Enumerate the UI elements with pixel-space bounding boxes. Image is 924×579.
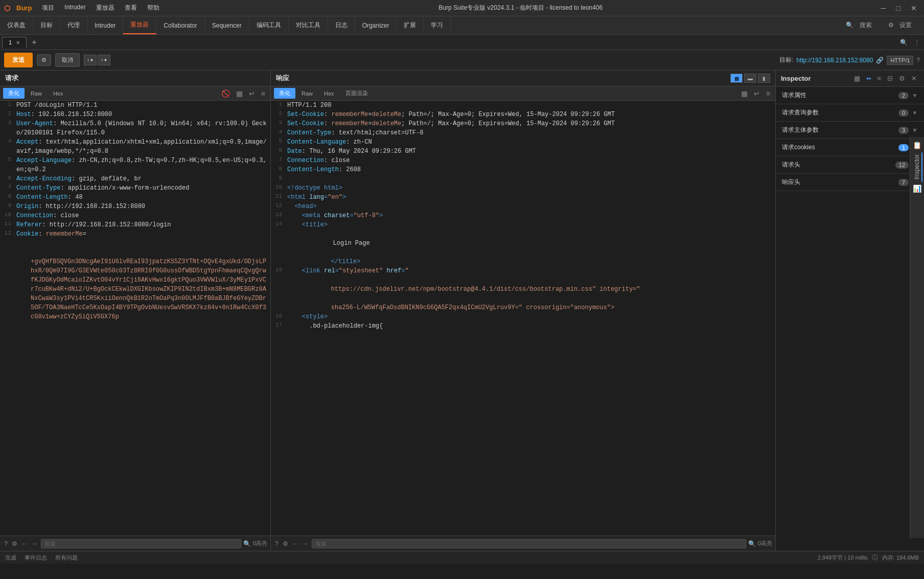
request-panel: 请求 美化 Raw Hex 🚫 ▦ ↵ ≡ 1 POST /doLogin HT…	[0, 71, 271, 551]
http-help-icon[interactable]: ?	[916, 57, 920, 64]
nav-learn[interactable]: 学习	[424, 16, 451, 34]
target-link-icon[interactable]: 🔗	[876, 57, 884, 64]
tab-1[interactable]: 1 ✕	[2, 37, 27, 48]
send-button[interactable]: 发送	[4, 53, 33, 67]
main-content: 请求 美化 Raw Hex 🚫 ▦ ↵ ≡ 1 POST /doLogin HT…	[0, 71, 924, 551]
minimize-button[interactable]: ─	[878, 3, 889, 13]
response-tab-pretty[interactable]: 美化	[274, 88, 295, 99]
inspector-title: Inspector	[781, 75, 849, 82]
resp-settings-icon[interactable]: ⚙	[282, 539, 289, 548]
resp-back-icon[interactable]: ←	[291, 539, 299, 548]
resp-view-split[interactable]: ▦	[730, 74, 743, 83]
request-tab-pretty[interactable]: 美化	[3, 88, 25, 99]
request-more-icon[interactable]: ≡	[259, 88, 267, 99]
request-search-input[interactable]	[41, 539, 241, 548]
menu-repeater[interactable]: 重放器	[92, 3, 119, 13]
nav-proxy[interactable]: 代理	[60, 16, 87, 34]
http-version-badge[interactable]: HTTP/1	[887, 56, 913, 65]
inspector-row-resp-headers[interactable]: 响应头 7 ▼	[776, 174, 924, 191]
req-forward-icon[interactable]: →	[31, 539, 39, 548]
inspector-close-icon[interactable]: ✕	[909, 74, 919, 83]
inspector-row-req-query[interactable]: 请求查询参数 0 ▼	[776, 104, 924, 121]
request-no-intercept-icon[interactable]: 🚫	[219, 88, 232, 99]
request-wrap-icon[interactable]: ↵	[247, 88, 257, 99]
nav-collaborator[interactable]: Collaborator	[156, 16, 204, 34]
status-all-issues[interactable]: 所有问题	[55, 554, 78, 562]
tab-search-icon[interactable]: 🔍	[896, 37, 912, 48]
response-tab-hex[interactable]: Hex	[319, 89, 339, 98]
nav-comparer[interactable]: 对比工具	[289, 16, 328, 34]
req-line-6: 6 Accept-Encoding: gzip, deflate, br	[0, 174, 270, 183]
sidebar-icon-1[interactable]: 📋	[913, 141, 921, 149]
nav-intruder[interactable]: Intruder	[87, 16, 123, 34]
inspector-view-icon-1[interactable]: ▦	[852, 74, 862, 83]
menu-view[interactable]: 查看	[121, 3, 141, 13]
nav-encoder[interactable]: 编码工具	[249, 16, 289, 34]
menu-intruder[interactable]: Intruder	[60, 3, 89, 13]
inspector-view-icon-2[interactable]: ▪▪	[864, 74, 873, 83]
settings-nav-button[interactable]: ⚙ 设置	[884, 19, 920, 32]
response-more-icon[interactable]: ≡	[764, 88, 772, 99]
request-code-area[interactable]: 1 POST /doLogin HTTP/1.1 2 Host: 192.168…	[0, 101, 270, 536]
resp-line-11: 11 <html lang="en">	[271, 193, 775, 202]
request-view-icon[interactable]: ▦	[234, 88, 245, 99]
req-settings-icon[interactable]: ⚙	[11, 539, 18, 548]
inspector-label-req-body: 请求主体参数	[782, 126, 898, 134]
tab-add-button[interactable]: +	[28, 36, 40, 49]
nav-organizer[interactable]: Organizer	[355, 16, 397, 34]
nav-bar: 仪表盘 目标 代理 Intruder 重放器 Collaborator Sequ…	[0, 16, 924, 35]
menu-project[interactable]: 项目	[38, 3, 58, 13]
response-tab-raw[interactable]: Raw	[296, 89, 318, 98]
resp-help-icon[interactable]: ?	[274, 539, 280, 548]
response-tab-render[interactable]: 页面渲染	[340, 88, 373, 99]
nav-extensions[interactable]: 扩展	[397, 16, 424, 34]
inspector-section-req-cookies: 请求cookies 1 ▼	[776, 139, 924, 156]
inspector-row-req-headers[interactable]: 请求头 12 ▼	[776, 156, 924, 173]
inspector-section-req-headers: 请求头 12 ▼	[776, 156, 924, 174]
response-wrap-icon[interactable]: ↵	[752, 88, 762, 99]
sidebar-icon-2[interactable]: 📊	[913, 184, 921, 193]
inspector-align-icon[interactable]: ≡	[875, 74, 883, 83]
request-tab-raw[interactable]: Raw	[26, 89, 47, 98]
maximize-button[interactable]: □	[893, 3, 904, 13]
nav-logger[interactable]: 日志	[328, 16, 355, 34]
info-icon[interactable]: ⓘ	[872, 553, 878, 562]
inspector-row-req-attrs[interactable]: 请求属性 2 ▼	[776, 87, 924, 104]
inspector-row-req-body[interactable]: 请求主体参数 3 ▼	[776, 122, 924, 138]
cancel-button[interactable]: 取消	[55, 53, 80, 67]
resp-line-15: 15 <link rel="stylesheet" href=" https:/…	[271, 266, 775, 312]
response-code-area[interactable]: 1 HTTP/1.1 200 2 Set-Cookie: rememberMe=…	[271, 101, 775, 536]
menu-help[interactable]: 帮助	[143, 3, 164, 13]
resp-line-12: 12 <head>	[271, 202, 775, 211]
sidebar-inspector-label[interactable]: Inspector	[912, 152, 922, 181]
resp-forward-icon[interactable]: →	[302, 539, 310, 548]
tab-1-close[interactable]: ✕	[16, 40, 20, 45]
resp-view-horizontal[interactable]: ▬	[744, 74, 756, 83]
response-search-button[interactable]: 🔍	[748, 540, 756, 547]
nav-right-button[interactable]: › ▾	[98, 55, 110, 65]
close-button[interactable]: ✕	[908, 3, 920, 13]
inspector-split-icon[interactable]: ⊟	[885, 74, 895, 83]
inspector-row-req-cookies[interactable]: 请求cookies 1 ▼	[776, 139, 924, 156]
resp-view-vertical[interactable]: ▮	[758, 74, 770, 83]
response-view-icon[interactable]: ▦	[739, 88, 750, 99]
search-nav-button[interactable]: 🔍 搜索	[842, 19, 880, 32]
app-name[interactable]: Burp	[16, 4, 32, 12]
send-settings-button[interactable]: ⚙	[37, 54, 51, 66]
status-event-log[interactable]: 事件日志	[25, 554, 47, 562]
request-tab-hex[interactable]: Hex	[48, 89, 68, 98]
nav-sequencer[interactable]: Sequencer	[205, 16, 249, 34]
response-search-input[interactable]	[312, 539, 746, 548]
req-back-icon[interactable]: ←	[20, 539, 29, 548]
nav-repeater[interactable]: 重放器	[123, 16, 156, 34]
nav-target[interactable]: 目标	[33, 16, 60, 34]
inspector-arrow-req-attrs: ▼	[912, 92, 918, 99]
request-tab-icons: 🚫 ▦ ↵ ≡	[219, 88, 267, 99]
tab-more-icon[interactable]: ⋮	[912, 37, 922, 48]
req-help-icon[interactable]: ?	[3, 539, 9, 548]
nav-left-button[interactable]: ‹ ▾	[84, 55, 97, 65]
nav-dashboard[interactable]: 仪表盘	[0, 16, 33, 34]
inspector-settings-icon[interactable]: ⚙	[897, 74, 907, 83]
request-search-button[interactable]: 🔍	[243, 540, 251, 547]
resp-line-17: 17 .bd-placeholder-img{	[271, 321, 775, 331]
